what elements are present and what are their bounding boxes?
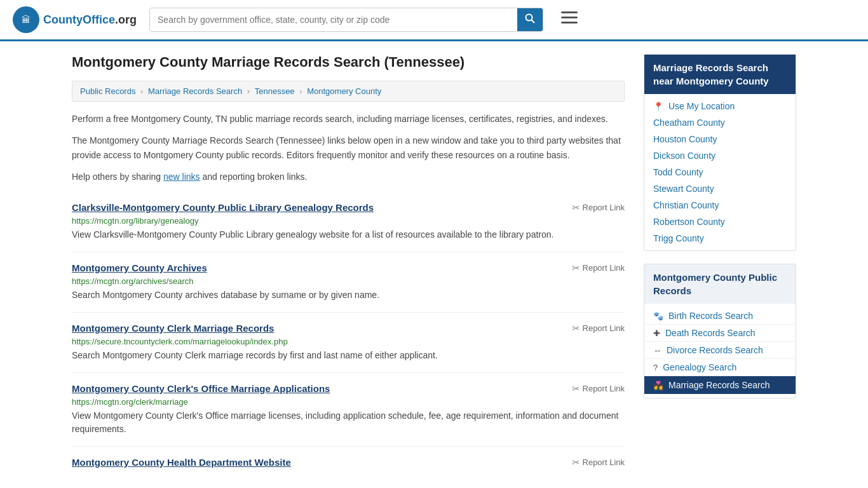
result-url-3: https://secure.tncountyclerk.com/marriag… [72, 337, 625, 346]
nearby-list: 📍 Use My Location Cheatham County Housto… [644, 94, 796, 250]
birth-records-item[interactable]: 🐾 Birth Records Search [644, 308, 796, 325]
genealogy-link[interactable]: Genealogy Search [663, 362, 736, 372]
breadcrumb-sep-3: › [299, 86, 304, 96]
menu-button[interactable] [561, 11, 578, 28]
breadcrumb-public-records[interactable]: Public Records [80, 86, 135, 96]
cheatham-link[interactable]: Cheatham County [653, 118, 725, 128]
todd-link[interactable]: Todd County [653, 167, 703, 177]
report-icon-5: ✂ [572, 457, 580, 468]
result-desc-1: View Clarksville-Montgomery County Publi… [72, 228, 625, 241]
result-item: Montgomery County Archives ✂ Report Link… [72, 252, 625, 313]
marriage-records-link[interactable]: Marriage Records Search [668, 380, 770, 390]
list-item[interactable]: Trigg County [644, 230, 796, 247]
description-para3: Help others by sharing new links and rep… [72, 170, 625, 184]
result-title-3[interactable]: Montgomery County Clerk Marriage Records [72, 323, 274, 334]
stewart-link[interactable]: Stewart County [653, 184, 714, 194]
list-item[interactable]: Dickson County [644, 147, 796, 164]
genealogy-item[interactable]: ? Genealogy Search [644, 359, 796, 376]
result-desc-4: View Montgomery County Clerk's Office ma… [72, 409, 625, 436]
use-location-item[interactable]: 📍 Use My Location [644, 98, 796, 114]
result-item: Montgomery County Clerk's Office Marriag… [72, 373, 625, 447]
result-title-1[interactable]: Clarksville-Montgomery County Public Lib… [72, 202, 374, 213]
logo-icon: 🏛 [13, 6, 39, 33]
breadcrumb: Public Records › Marriage Records Search… [72, 81, 625, 102]
location-icon: 📍 [653, 102, 663, 111]
report-link-4[interactable]: ✂ Report Link [572, 383, 625, 395]
report-icon-4: ✂ [572, 383, 580, 395]
genealogy-icon: ? [653, 363, 658, 372]
dickson-link[interactable]: Dickson County [653, 151, 715, 161]
nearby-header: Marriage Records Search near Montgomery … [644, 55, 796, 94]
results-list: Clarksville-Montgomery County Public Lib… [72, 192, 625, 478]
breadcrumb-marriage-records[interactable]: Marriage Records Search [148, 86, 242, 96]
public-records-list: 🐾 Birth Records Search ✚ Death Records S… [644, 304, 796, 398]
report-icon-2: ✂ [572, 262, 580, 274]
report-icon-1: ✂ [572, 202, 580, 214]
list-item[interactable]: Christian County [644, 197, 796, 214]
report-link-2[interactable]: ✂ Report Link [572, 262, 625, 274]
result-title-5[interactable]: Montgomery County Health Department Webs… [72, 457, 291, 468]
list-item[interactable]: Robertson County [644, 214, 796, 230]
death-records-link[interactable]: Death Records Search [665, 328, 756, 338]
search-button[interactable] [517, 8, 543, 31]
robertson-link[interactable]: Robertson County [653, 217, 725, 227]
christian-link[interactable]: Christian County [653, 200, 719, 210]
divorce-records-link[interactable]: Divorce Records Search [667, 345, 763, 355]
breadcrumb-sep-1: › [140, 86, 146, 96]
result-desc-2: Search Montgomery County archives databa… [72, 288, 625, 302]
breadcrumb-tennessee[interactable]: Tennessee [255, 86, 295, 96]
birth-records-link[interactable]: Birth Records Search [668, 311, 753, 321]
birth-icon: 🐾 [653, 311, 663, 321]
svg-rect-5 [561, 17, 578, 18]
result-item: Montgomery County Clerk Marriage Records… [72, 313, 625, 373]
new-links-link[interactable]: new links [163, 172, 200, 182]
breadcrumb-sep-2: › [247, 86, 252, 96]
public-records-box: Montgomery County Public Records 🐾 Birth… [644, 264, 796, 398]
houston-link[interactable]: Houston County [653, 134, 717, 144]
report-link-3[interactable]: ✂ Report Link [572, 323, 625, 334]
logo-text: CountyOffice.org [43, 13, 137, 27]
svg-rect-6 [561, 22, 578, 24]
list-item[interactable]: Stewart County [644, 180, 796, 197]
site-header: 🏛 CountyOffice.org [0, 0, 868, 41]
marriage-records-item[interactable]: 💑 Marriage Records Search [644, 376, 796, 394]
use-location-link[interactable]: Use My Location [668, 101, 735, 111]
description-para2: The Montgomery County Marriage Records S… [72, 133, 625, 162]
search-input[interactable] [150, 10, 517, 30]
breadcrumb-montgomery[interactable]: Montgomery County [307, 86, 381, 96]
search-bar [149, 8, 543, 32]
death-records-item[interactable]: ✚ Death Records Search [644, 325, 796, 342]
marriage-icon: 💑 [653, 381, 663, 390]
content-area: Montgomery County Marriage Records Searc… [72, 54, 625, 478]
list-item[interactable]: Cheatham County [644, 114, 796, 131]
result-title-4[interactable]: Montgomery County Clerk's Office Marriag… [72, 383, 330, 394]
svg-text:🏛: 🏛 [22, 15, 31, 25]
result-url-2: https://mcgtn.org/archives/search [72, 276, 625, 286]
result-title-2[interactable]: Montgomery County Archives [72, 262, 207, 273]
report-icon-3: ✂ [572, 323, 580, 334]
main-container: Montgomery County Marriage Records Searc… [53, 41, 815, 488]
sidebar: Marriage Records Search near Montgomery … [644, 54, 796, 478]
trigg-link[interactable]: Trigg County [653, 233, 704, 243]
public-records-header: Montgomery County Public Records [644, 264, 796, 304]
report-link-5[interactable]: ✂ Report Link [572, 457, 625, 468]
nearby-box: Marriage Records Search near Montgomery … [644, 54, 796, 251]
svg-rect-4 [561, 11, 578, 13]
page-title: Montgomery County Marriage Records Searc… [72, 54, 625, 71]
divorce-icon: ↔ [653, 346, 661, 355]
result-item: Clarksville-Montgomery County Public Lib… [72, 192, 625, 252]
result-desc-3: Search Montgomery County Clerk marriage … [72, 349, 625, 362]
result-url-1: https://mcgtn.org/library/genealogy [72, 216, 625, 226]
svg-line-3 [532, 20, 535, 24]
report-link-1[interactable]: ✂ Report Link [572, 202, 625, 214]
list-item[interactable]: Houston County [644, 131, 796, 147]
result-item: Montgomery County Health Department Webs… [72, 447, 625, 478]
svg-point-2 [526, 15, 532, 21]
list-item[interactable]: Todd County [644, 164, 796, 180]
description-para1: Perform a free Montgomery County, TN pub… [72, 112, 625, 126]
death-icon: ✚ [653, 329, 660, 338]
site-logo[interactable]: 🏛 CountyOffice.org [13, 6, 137, 33]
divorce-records-item[interactable]: ↔ Divorce Records Search [644, 342, 796, 359]
result-url-4: https://mcgtn.org/clerk/marriage [72, 397, 625, 407]
